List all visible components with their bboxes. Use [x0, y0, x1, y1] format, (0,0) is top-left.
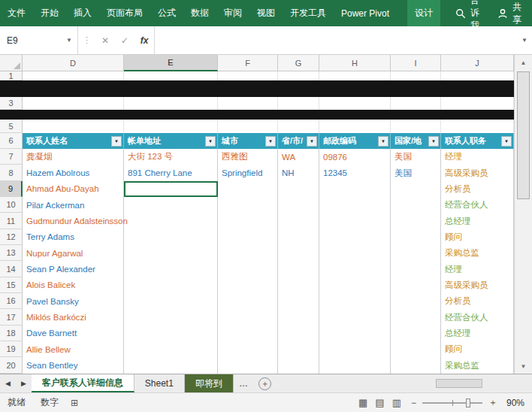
cell-state[interactable] [278, 341, 319, 357]
cell-city[interactable] [218, 213, 278, 229]
cell-name[interactable]: Nupur Agarwal [23, 245, 124, 261]
cell-zip[interactable]: 09876 [319, 149, 391, 165]
add-sheet-button[interactable]: ＋ [258, 377, 271, 390]
table-header-cell[interactable]: 联系人姓名▼ [23, 133, 124, 149]
cancel-entry-button[interactable]: ✕ [95, 26, 115, 54]
cell-city[interactable] [218, 197, 278, 213]
cell-state[interactable]: WA [278, 149, 319, 165]
cell-address[interactable] [124, 229, 218, 245]
cell-state[interactable] [278, 309, 319, 325]
cell-country[interactable] [391, 197, 441, 213]
cell-name[interactable]: Hazem Abolrous [23, 165, 124, 180]
cell-address[interactable] [124, 261, 218, 277]
zoom-out-button[interactable]: − [405, 398, 422, 408]
zoom-in-button[interactable]: ＋ [482, 396, 503, 409]
column-header-I[interactable]: I [391, 55, 441, 71]
filter-button[interactable]: ▼ [378, 136, 388, 147]
name-box[interactable]: E9 ▼ [0, 26, 78, 54]
table-header-cell[interactable]: 邮政编码▼ [319, 133, 391, 149]
macro-record-icon[interactable]: ⊞ [66, 398, 83, 408]
cell-title[interactable]: 高级采购员 [441, 165, 514, 180]
sheet-tab[interactable]: Sheet1 [135, 374, 185, 392]
cell-zip[interactable] [319, 197, 391, 213]
sheet-nav-right-icon[interactable]: ▶ [16, 374, 32, 392]
cell-title[interactable]: 采购总监 [441, 245, 514, 261]
sheet-tab[interactable]: 即将到 [185, 374, 234, 392]
cell-zip[interactable] [319, 357, 391, 373]
ribbon-tab[interactable]: 插入 [66, 0, 99, 26]
cell-address[interactable] [124, 357, 218, 373]
cell-country[interactable] [391, 181, 441, 197]
select-all-corner[interactable] [0, 55, 23, 71]
ribbon-tab[interactable]: 设计 [407, 0, 440, 26]
row-header-13[interactable]: 13 [0, 245, 23, 261]
cell-city[interactable] [218, 277, 278, 293]
cell-country[interactable] [391, 309, 441, 325]
ribbon-tab[interactable]: 公式 [150, 0, 183, 26]
cell-address[interactable] [124, 293, 218, 309]
column-header-J[interactable]: J [441, 55, 514, 71]
cell-address[interactable] [124, 197, 218, 213]
cell-country[interactable] [391, 213, 441, 229]
cell-title[interactable]: 经理 [441, 149, 514, 165]
sheet-tab[interactable]: 客户联系人详细信息 [32, 374, 135, 392]
cell-state[interactable] [278, 181, 319, 197]
ribbon-tab[interactable]: 审阅 [216, 0, 249, 26]
cell-address[interactable] [124, 277, 218, 293]
cell-name[interactable]: Alois Balicek [23, 277, 124, 293]
cell-title[interactable]: 采购总监 [441, 357, 514, 373]
cell-address[interactable] [124, 309, 218, 325]
cell-city[interactable] [218, 245, 278, 261]
cell-name[interactable]: Miklós Barkóczi [23, 309, 124, 325]
sheet-nav-left-icon[interactable]: ◀ [0, 374, 16, 392]
cell-name[interactable]: Sean P Alexander [23, 261, 124, 277]
vertical-scrollbar-thumb[interactable] [517, 71, 530, 199]
filter-button[interactable]: ▼ [501, 136, 512, 147]
tell-me-tab[interactable]: 告诉我 [448, 0, 487, 26]
banner-row[interactable] [0, 110, 514, 120]
cell-zip[interactable] [319, 326, 391, 341]
column-header-D[interactable]: D [23, 55, 124, 71]
table-header-cell[interactable]: 联系人职务▼ [441, 133, 514, 149]
cell-country[interactable] [391, 277, 441, 293]
cell-country[interactable] [391, 341, 441, 357]
row-header-19[interactable]: 19 [0, 341, 23, 357]
cell-country[interactable]: 美国 [391, 149, 441, 165]
cell-name[interactable]: Allie Bellew [23, 341, 124, 357]
horizontal-scrollbar[interactable] [430, 374, 512, 392]
cell-zip[interactable]: 12345 [319, 165, 391, 180]
table-header-cell[interactable]: 省/市/▼ [278, 133, 319, 149]
cell-name[interactable]: Pilar Ackerman [23, 197, 124, 213]
cell-state[interactable] [278, 261, 319, 277]
column-header-G[interactable]: G [278, 55, 319, 71]
cell-country[interactable] [391, 245, 441, 261]
cell-state[interactable] [278, 245, 319, 261]
formula-input[interactable] [154, 26, 517, 54]
cell-country[interactable] [391, 293, 441, 309]
row-header-15[interactable]: 15 [0, 277, 23, 293]
row-header-1[interactable]: 1 [0, 71, 23, 80]
cell-state[interactable] [278, 326, 319, 341]
cell-title[interactable]: 高级采购员 [441, 277, 514, 293]
table-header-cell[interactable]: 城市▼ [218, 133, 278, 149]
ribbon-tab[interactable]: 页面布局 [99, 0, 150, 26]
table-header-cell[interactable]: 国家/地▼ [391, 133, 441, 149]
row-header-7[interactable]: 7 [0, 149, 23, 165]
cell-city[interactable]: 西雅图 [218, 149, 278, 165]
row-header-14[interactable]: 14 [0, 261, 23, 277]
cell-city[interactable] [218, 181, 278, 197]
cell-city[interactable] [218, 326, 278, 341]
cell-city[interactable]: Springfield [218, 165, 278, 180]
cell-city[interactable] [218, 309, 278, 325]
cell-name[interactable]: Pavel Bansky [23, 293, 124, 309]
cell-address[interactable] [124, 341, 218, 357]
view-page-layout-icon[interactable]: ▤ [371, 397, 388, 408]
column-header-H[interactable]: H [319, 55, 391, 71]
row-header-12[interactable]: 12 [0, 229, 23, 245]
cell-address[interactable]: 891 Cherry Lane [124, 165, 218, 180]
row-header-6[interactable]: 6 [0, 133, 23, 149]
cell-country[interactable] [391, 326, 441, 341]
cell-state[interactable] [278, 357, 319, 373]
column-header-E[interactable]: E [124, 55, 218, 71]
filter-button[interactable]: ▼ [111, 136, 122, 147]
